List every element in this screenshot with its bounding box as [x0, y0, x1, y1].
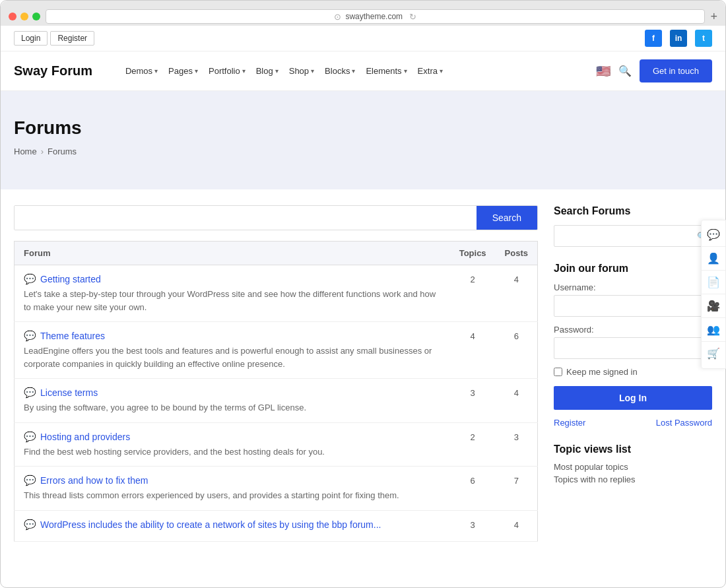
forum-cell: 💬 Errors and how to fix them This thread… [15, 467, 450, 511]
posts-cell: 3 [496, 422, 538, 467]
chevron-icon: ▾ [404, 67, 407, 75]
forum-link[interactable]: 💬 Getting started [24, 273, 441, 285]
table-row: 💬 Hosting and providers Find the best we… [15, 422, 538, 467]
forum-title: WordPress includes the ability to create… [40, 519, 381, 530]
cta-button[interactable]: Get in touch [640, 59, 712, 82]
posts-cell: 4 [496, 510, 538, 541]
top-bar: Login Register f in t [1, 26, 725, 51]
username-input[interactable] [554, 295, 712, 317]
search-forums-wrapper [554, 225, 712, 247]
chevron-icon: ▾ [352, 67, 355, 75]
forum-topic-icon: 💬 [24, 273, 36, 285]
sidebar: Search Forums Join our forum Username: P… [554, 205, 712, 572]
top-bar-auth: Login Register [14, 31, 94, 46]
forum-table: Forum Topics Posts 💬 Getting started Let… [14, 241, 538, 542]
chevron-icon: ▾ [195, 67, 198, 75]
minimize-button[interactable] [20, 13, 28, 20]
linkedin-icon[interactable]: in [670, 30, 687, 47]
forum-desc: Let's take a step-by-step tour through y… [24, 288, 441, 313]
password-input[interactable] [554, 337, 712, 359]
forum-link[interactable]: 💬 License terms [24, 387, 441, 399]
browser-chrome: ⊙ swaytheme.com ↻ + [1, 1, 725, 26]
topics-cell: 3 [450, 379, 496, 423]
forum-col-header: Forum [15, 242, 450, 265]
forum-topic-icon: 💬 [24, 387, 36, 399]
forum-desc: Find the best web hosting service provid… [24, 445, 441, 459]
forum-topic-icon: 💬 [24, 330, 36, 342]
forum-desc: By using the software, you agree to be b… [24, 401, 441, 414]
topics-cell: 2 [450, 265, 496, 322]
forum-topic-icon: 💬 [24, 519, 36, 531]
keep-signed-checkbox[interactable] [554, 368, 562, 376]
twitter-icon[interactable]: t [695, 30, 712, 47]
forum-title: License terms [40, 387, 98, 398]
table-row: 💬 Getting started Let's take a step-by-s… [15, 265, 538, 322]
forum-topic-icon: 💬 [24, 431, 36, 443]
users-panel-icon[interactable]: 👥 [702, 318, 725, 342]
forum-cell: 💬 License terms By using the software, y… [15, 379, 450, 423]
forum-title: Hosting and providers [40, 432, 130, 442]
posts-cell: 4 [496, 265, 538, 322]
cart-panel-icon[interactable]: 🛒 [702, 342, 725, 366]
forum-title: Theme features [40, 331, 105, 341]
breadcrumb-home[interactable]: Home [14, 147, 37, 156]
nav-shop[interactable]: Shop ▾ [285, 63, 318, 79]
new-tab-button[interactable]: + [710, 10, 717, 24]
forum-search-button[interactable]: Search [477, 206, 537, 230]
nav-blocks[interactable]: Blocks ▾ [321, 63, 359, 79]
site-logo[interactable]: Sway Forum [14, 63, 92, 79]
nav-portfolio[interactable]: Portfolio ▾ [205, 63, 249, 79]
nav-elements[interactable]: Elements ▾ [362, 63, 411, 79]
topic-link-popular[interactable]: Most popular topics [554, 462, 712, 472]
document-panel-icon[interactable]: 📄 [702, 271, 725, 294]
forum-link[interactable]: 💬 Theme features [24, 330, 441, 342]
address-bar[interactable]: ⊙ swaytheme.com ↻ [46, 9, 705, 24]
nav-extra[interactable]: Extra ▾ [414, 63, 447, 79]
login-button[interactable]: Login [14, 31, 48, 46]
forum-search: Search [14, 205, 538, 230]
side-panel: 💬 👤 📄 🎥 👥 🛒 [701, 220, 726, 369]
nav-pages[interactable]: Pages ▾ [164, 63, 202, 79]
register-button[interactable]: Register [50, 31, 94, 46]
lost-password-link[interactable]: Lost Password [656, 418, 712, 428]
forum-link[interactable]: 💬 Hosting and providers [24, 431, 441, 443]
traffic-lights [9, 13, 40, 20]
table-row: 💬 License terms By using the software, y… [15, 379, 538, 423]
forum-cell: 💬 Theme features LeadEngine offers you t… [15, 322, 450, 379]
forum-title: Errors and how to fix them [40, 475, 148, 486]
forum-desc: LeadEngine offers you the best tools and… [24, 344, 441, 370]
forum-cell: 💬 WordPress includes the ability to crea… [15, 510, 450, 541]
search-forums-input[interactable] [554, 225, 712, 247]
join-forum-section: Join our forum Username: Password: Keep … [554, 263, 712, 428]
forum-search-input[interactable] [15, 206, 477, 230]
nav-demos[interactable]: Demos ▾ [121, 63, 162, 79]
breadcrumb-current: Forums [48, 147, 77, 156]
keep-signed-label: Keep me signed in [566, 367, 638, 377]
posts-cell: 6 [496, 322, 538, 379]
maximize-button[interactable] [32, 13, 40, 20]
chevron-icon: ▾ [154, 67, 158, 75]
user-panel-icon[interactable]: 👤 [702, 247, 725, 271]
forums-panel: Search Forum Topics Posts 💬 [14, 205, 538, 572]
forum-link[interactable]: 💬 Errors and how to fix them [24, 474, 441, 486]
chat-panel-icon[interactable]: 💬 [702, 223, 725, 247]
nav-items: Demos ▾ Pages ▾ Portfolio ▾ Blog ▾ Shop [121, 63, 580, 79]
search-icon[interactable]: 🔍 [618, 65, 632, 77]
table-row: 💬 Theme features LeadEngine offers you t… [15, 322, 538, 379]
video-panel-icon[interactable]: 🎥 [702, 294, 725, 318]
page-title: Forums [14, 117, 712, 139]
login-btn[interactable]: Log In [554, 386, 712, 410]
language-flag[interactable]: 🇺🇸 [596, 64, 610, 79]
facebook-icon[interactable]: f [645, 30, 662, 47]
nav-blog[interactable]: Blog ▾ [252, 63, 282, 79]
forum-link[interactable]: 💬 WordPress includes the ability to crea… [24, 519, 441, 531]
auth-links: Register Lost Password [554, 418, 712, 428]
password-label: Password: [554, 325, 712, 335]
register-link[interactable]: Register [554, 418, 585, 428]
breadcrumb: Home › Forums [14, 147, 712, 156]
topics-cell: 4 [450, 322, 496, 379]
table-row: 💬 Errors and how to fix them This thread… [15, 467, 538, 511]
forum-desc: This thread lists common errors experien… [24, 489, 441, 502]
close-button[interactable] [9, 13, 16, 20]
topic-link-no-replies[interactable]: Topics with no replies [554, 474, 712, 484]
